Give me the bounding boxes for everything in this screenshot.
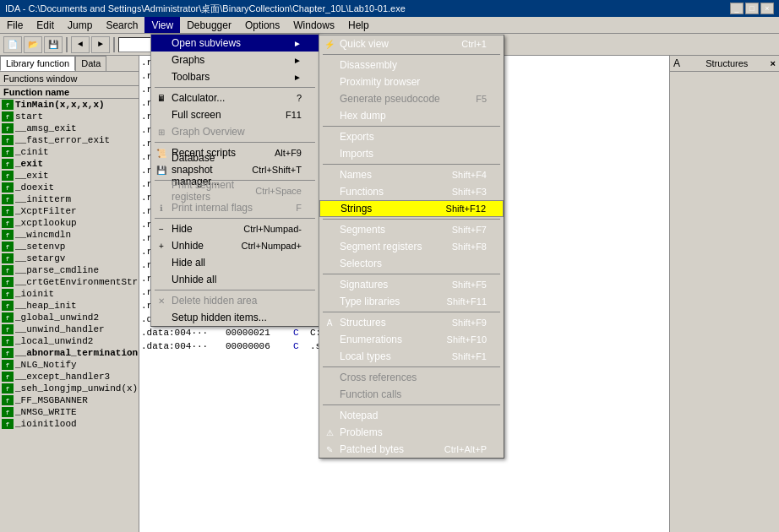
list-item[interactable]: f__setargv	[0, 252, 139, 264]
dd-local-types[interactable]: Local types Shift+F1	[319, 348, 504, 365]
list-item[interactable]: f_NMSG_WRITE	[0, 406, 139, 418]
structures-icon: A	[673, 57, 680, 69]
code-hex: 00000006	[226, 341, 293, 351]
dd-selectors[interactable]: Selectors	[319, 255, 504, 272]
list-item[interactable]: f_NLG_Notify	[0, 359, 139, 371]
sv-sep7	[323, 366, 500, 367]
dd-structures[interactable]: A Structures Shift+F9	[319, 314, 504, 331]
list-item[interactable]: f_ioinitlood	[0, 418, 139, 430]
list-item[interactable]: f_ioinit	[0, 288, 139, 300]
exports-label: Exports	[340, 131, 374, 143]
dd-calculator[interactable]: 🖩 Calculator... ?	[151, 90, 319, 106]
dd-unhide-all[interactable]: Unhide all	[151, 271, 319, 288]
dd-imports[interactable]: Imports	[319, 145, 504, 162]
dd-notepad[interactable]: Notepad	[319, 407, 504, 424]
open-button[interactable]: 📂	[24, 36, 42, 53]
dd-setup-hidden[interactable]: Setup hidden items...	[151, 309, 319, 326]
tab-library-function[interactable]: Library function	[0, 56, 75, 71]
list-item[interactable]: fTinMain(x,x,x,x)	[0, 99, 139, 111]
dd-functions[interactable]: Functions Shift+F3	[319, 183, 504, 200]
dd-names[interactable]: Names Shift+F4	[319, 166, 504, 183]
dd-graph-overview[interactable]: ⊞ Graph Overview	[151, 123, 319, 140]
list-item[interactable]: f_exit	[0, 158, 139, 170]
list-item[interactable]: f__abnormal_termination	[0, 347, 139, 359]
maximize-button[interactable]: □	[745, 3, 759, 14]
dd-hide[interactable]: − Hide Ctrl+Numpad-	[151, 220, 319, 237]
dd-exports[interactable]: Exports	[319, 128, 504, 145]
dd-segments[interactable]: Segments Shift+F7	[319, 221, 504, 238]
dd-quick-view[interactable]: ⚡ Quick view Ctrl+1	[319, 35, 504, 52]
list-item[interactable]: f_global_unwind2	[0, 312, 139, 323]
dd-cross-references[interactable]: Cross references	[319, 369, 504, 386]
dd-hex-dump[interactable]: Hex dump	[319, 107, 504, 124]
list-item[interactable]: f_local_unwind2	[0, 335, 139, 347]
dd-patched-bytes[interactable]: ✎ Patched bytes Ctrl+Alt+P	[319, 441, 504, 458]
dd-generate-pseudocode[interactable]: Generate pseudocode F5	[319, 90, 504, 107]
dd-disassembly[interactable]: Disassembly	[319, 57, 504, 73]
function-icon: f	[2, 253, 14, 263]
list-item[interactable]: f__unwind_handler	[0, 323, 139, 335]
dd-toolbars[interactable]: Toolbars ►	[151, 68, 319, 85]
dd-signatures[interactable]: Signatures Shift+F5	[319, 276, 504, 293]
menu-edit[interactable]: Edit	[30, 17, 61, 33]
quick-view-label: Quick view	[340, 38, 389, 50]
dd-graphs[interactable]: Graphs ►	[151, 52, 319, 68]
list-item[interactable]: f_doexit	[0, 182, 139, 193]
dd-database-snapshot[interactable]: 💾 Database snapshot manager... Ctrl+Shif…	[151, 161, 319, 178]
dd-function-calls[interactable]: Function calls	[319, 386, 504, 403]
list-item[interactable]: f__wincmdln	[0, 229, 139, 241]
patch-icon: ✎	[323, 442, 336, 456]
list-item[interactable]: f_XcptFilter	[0, 205, 139, 217]
list-item[interactable]: f_xcptlookup	[0, 217, 139, 229]
save-button[interactable]: 💾	[44, 36, 63, 53]
function-icon: f	[2, 395, 14, 405]
list-item[interactable]: f__setenvp	[0, 241, 139, 252]
dd-fullscreen[interactable]: Full screen F11	[151, 106, 319, 123]
dd-open-subviews[interactable]: Open subviews ► ⚡ Quick view Ctrl+1 Disa…	[151, 35, 319, 52]
dd-segment-registers[interactable]: Segment registers Shift+F8	[319, 238, 504, 255]
menu-view[interactable]: View	[144, 17, 180, 33]
dd-problems[interactable]: ⚠ Problems	[319, 424, 504, 441]
list-item[interactable]: f__except_handler3	[0, 371, 139, 383]
dd-strings[interactable]: Strings Shift+F12	[319, 200, 504, 217]
window-controls[interactable]: _ □ ×	[730, 3, 774, 14]
list-item[interactable]: f__parse_cmdline	[0, 264, 139, 276]
list-item[interactable]: fstart	[0, 111, 139, 122]
tab-data[interactable]: Data	[75, 56, 106, 71]
list-item[interactable]: f__exit	[0, 170, 139, 182]
list-item[interactable]: f__crtGetEnvironmentStringsA	[0, 276, 139, 288]
dd-print-flags[interactable]: ℹ Print internal flags F	[151, 199, 319, 216]
back-button[interactable]: ◄	[71, 36, 90, 53]
function-icon: f	[2, 182, 14, 193]
list-item[interactable]: f_seh_longjmp_unwind(x)	[0, 383, 139, 394]
dd-enumerations[interactable]: Enumerations Shift+F10	[319, 331, 504, 348]
dd-unhide[interactable]: + Unhide Ctrl+Numpad+	[151, 237, 319, 254]
list-item[interactable]: f__amsg_exit	[0, 122, 139, 134]
forward-button[interactable]: ►	[91, 36, 110, 53]
dd-proximity-browser[interactable]: Proximity browser	[319, 73, 504, 90]
menu-bar: File Edit Jump Search View Debugger Opti…	[0, 17, 779, 34]
menu-options[interactable]: Options	[238, 17, 286, 33]
right-panel: A Structures ×	[669, 56, 779, 532]
list-item[interactable]: f__fast_error_exit	[0, 134, 139, 146]
menu-debugger[interactable]: Debugger	[180, 17, 238, 33]
function-name: __parse_cmdline	[15, 265, 99, 275]
local-types-label: Local types	[340, 350, 391, 362]
dd-hide-all[interactable]: Hide all	[151, 254, 319, 271]
menu-file[interactable]: File	[0, 17, 30, 33]
new-button[interactable]: 📄	[3, 36, 22, 53]
menu-help[interactable]: Help	[341, 17, 376, 33]
list-item[interactable]: f__heap_init	[0, 300, 139, 312]
list-item[interactable]: f_cinit	[0, 146, 139, 158]
menu-jump[interactable]: Jump	[61, 17, 99, 33]
dd-delete-hidden[interactable]: ✕ Delete hidden area	[151, 292, 319, 309]
right-panel-close[interactable]: ×	[771, 58, 776, 68]
menu-windows[interactable]: Windows	[286, 17, 341, 33]
menu-search[interactable]: Search	[99, 17, 144, 33]
list-item[interactable]: f_FF_MSGBANNER	[0, 394, 139, 406]
minimize-button[interactable]: _	[730, 3, 744, 14]
dd-print-segment[interactable]: Print segment registers Ctrl+Space	[151, 182, 319, 199]
list-item[interactable]: f__initterm	[0, 193, 139, 205]
close-button[interactable]: ×	[760, 3, 774, 14]
dd-type-libraries[interactable]: Type libraries Shift+F11	[319, 293, 504, 310]
